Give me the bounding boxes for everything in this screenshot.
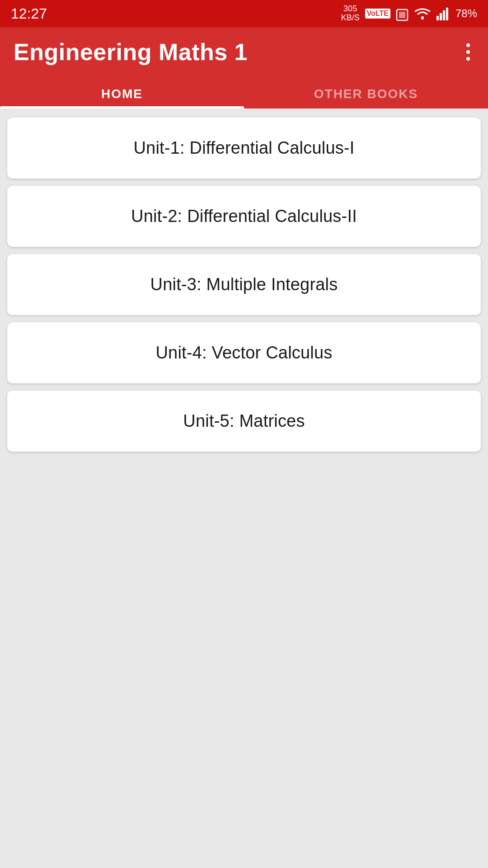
status-time: 12:27 bbox=[11, 5, 47, 22]
unit-card-1[interactable]: Unit-1: Differential Calculus-I bbox=[7, 118, 481, 179]
unit-card-5-label: Unit-5: Matrices bbox=[183, 411, 305, 431]
svg-rect-1 bbox=[399, 12, 405, 18]
svg-rect-5 bbox=[443, 10, 445, 20]
network-speed-value: 305 bbox=[343, 5, 357, 14]
signal-icon bbox=[436, 7, 450, 20]
unit-card-4-label: Unit-4: Vector Calculus bbox=[155, 343, 332, 363]
tab-other-books[interactable]: OTHER BOOKS bbox=[244, 77, 488, 108]
unit-card-5[interactable]: Unit-5: Matrices bbox=[7, 391, 481, 452]
overflow-dot-2 bbox=[466, 50, 470, 54]
tab-other-books-label: OTHER BOOKS bbox=[314, 87, 418, 101]
svg-rect-3 bbox=[436, 16, 439, 20]
unit-card-1-label: Unit-1: Differential Calculus-I bbox=[133, 138, 354, 158]
status-icons: 305 KB/S VoLTE 78% bbox=[341, 5, 477, 23]
svg-rect-6 bbox=[446, 8, 448, 20]
battery-percent: 78% bbox=[455, 7, 477, 20]
tab-home-label: HOME bbox=[101, 87, 143, 101]
tab-home[interactable]: HOME bbox=[0, 77, 244, 108]
unit-card-2[interactable]: Unit-2: Differential Calculus-II bbox=[7, 186, 481, 247]
app-bar: Engineering Maths 1 bbox=[0, 27, 488, 77]
overflow-dot-1 bbox=[466, 43, 470, 47]
units-list: Unit-1: Differential Calculus-I Unit-2: … bbox=[0, 108, 488, 461]
svg-point-2 bbox=[421, 16, 424, 19]
volte-badge: VoLTE bbox=[365, 9, 390, 19]
overflow-dot-3 bbox=[466, 57, 470, 61]
unit-card-3-label: Unit-3: Multiple Integrals bbox=[150, 275, 338, 294]
tab-bar: HOME OTHER BOOKS bbox=[0, 77, 488, 108]
network-speed: 305 KB/S bbox=[341, 5, 360, 23]
status-bar: 12:27 305 KB/S VoLTE 78% bbox=[0, 0, 488, 27]
unit-card-4[interactable]: Unit-4: Vector Calculus bbox=[7, 322, 481, 383]
sim-icon bbox=[396, 6, 408, 21]
unit-card-3[interactable]: Unit-3: Multiple Integrals bbox=[7, 254, 481, 315]
network-speed-unit: KB/S bbox=[341, 14, 360, 23]
svg-rect-4 bbox=[440, 13, 442, 20]
overflow-menu-button[interactable] bbox=[462, 39, 474, 65]
tab-home-indicator bbox=[0, 106, 244, 108]
app-title: Engineering Maths 1 bbox=[14, 38, 248, 66]
unit-card-2-label: Unit-2: Differential Calculus-II bbox=[131, 207, 357, 226]
wifi-icon bbox=[414, 7, 431, 20]
